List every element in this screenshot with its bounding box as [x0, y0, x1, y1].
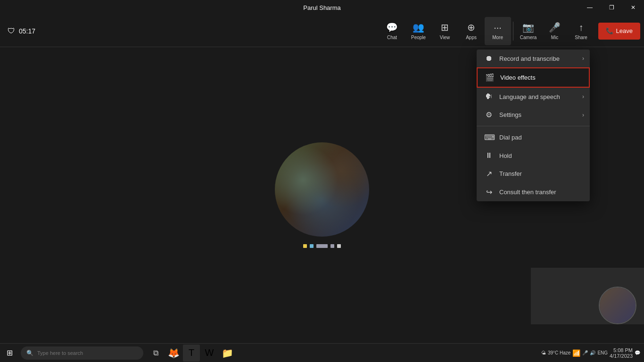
toolbar: 🛡 05:17 💬 Chat 👥 People ⊞ View ⊕ Apps ··…: [0, 15, 644, 47]
main-content: ⏺ Record and transcribe › 🎬 Video effect…: [0, 47, 644, 343]
share-button[interactable]: ↑ Share: [568, 17, 594, 45]
view-icon: ⊞: [441, 22, 449, 33]
camera-button[interactable]: 📷 Camera: [515, 17, 542, 45]
camera-label: Camera: [520, 35, 537, 40]
maximize-button[interactable]: ❐: [601, 0, 622, 15]
more-label: More: [492, 35, 503, 40]
taskbar: ⊞ 🔍 ⧉ 🦊 T W 📁 🌤 39°C Haze 📶 🎤 🔊 ENG 5:08…: [0, 343, 644, 362]
leave-button[interactable]: 📞 Leave: [598, 23, 640, 40]
menu-record-label: Record and transcribe: [499, 55, 560, 62]
dot-2: [310, 244, 314, 248]
dot-4: [330, 244, 334, 248]
avatar-image: [275, 142, 369, 237]
menu-item-record[interactable]: ⏺ Record and transcribe ›: [477, 49, 590, 67]
system-clock: 5:08 PM 4/17/2023: [610, 347, 633, 359]
mic-icon: 🎤: [549, 22, 561, 33]
dot-5: [337, 244, 341, 248]
system-tray: 🌤 39°C Haze 📶 🎤 🔊 ENG: [541, 349, 608, 357]
hold-icon: ⏸: [484, 151, 494, 160]
search-input[interactable]: [37, 350, 138, 356]
menu-item-transfer[interactable]: ↗ Transfer: [477, 165, 590, 183]
menu-item-language[interactable]: 🗣 Language and speech ›: [477, 88, 590, 106]
more-icon: ···: [494, 22, 502, 33]
menu-language-label: Language and speech: [499, 93, 560, 100]
chat-label: Chat: [387, 35, 397, 40]
avatar: [275, 142, 369, 237]
apps-button[interactable]: ⊕ Apps: [458, 17, 485, 45]
taskbar-search[interactable]: 🔍: [21, 346, 143, 360]
dot-3: [316, 244, 328, 248]
menu-dialpad-label: Dial pad: [499, 134, 522, 141]
minimize-button[interactable]: —: [579, 0, 601, 15]
close-button[interactable]: ✕: [622, 0, 644, 15]
menu-item-consult[interactable]: ↪ Consult then transfer: [477, 183, 590, 201]
explorer-icon[interactable]: 📁: [219, 345, 236, 362]
menu-item-settings[interactable]: ⚙ Settings ›: [477, 106, 590, 124]
timer-value: 05:17: [19, 27, 35, 35]
thumbnail-image: [600, 288, 636, 323]
title-bar: Parul Sharma — ❐ ✕: [0, 0, 644, 15]
dot-1: [303, 244, 307, 248]
video-effects-icon: 🎬: [485, 73, 495, 82]
record-chevron: ›: [582, 55, 584, 62]
window-controls: — ❐ ✕: [579, 0, 644, 15]
dialpad-icon: ⌨: [484, 133, 494, 142]
volume-icon: 🔊: [590, 350, 595, 355]
menu-separator: [477, 126, 590, 126]
toolbar-divider: [513, 22, 513, 41]
thumbnail-avatar: [599, 287, 636, 324]
language-icon: 🗣: [484, 92, 494, 101]
share-label: Share: [575, 35, 587, 40]
view-label: View: [440, 35, 450, 40]
taskbar-right: 🌤 39°C Haze 📶 🎤 🔊 ENG 5:08 PM 4/17/2023 …: [541, 347, 644, 359]
window-title: Parul Sharma: [303, 4, 340, 11]
people-label: People: [411, 35, 426, 40]
avatar-container: [275, 142, 369, 248]
menu-hold-label: Hold: [499, 152, 512, 159]
notification-icon: 💬: [635, 350, 640, 355]
mic-label: Mic: [551, 35, 559, 40]
chat-icon: 💬: [386, 22, 398, 33]
lang-label: ENG: [597, 350, 608, 355]
more-button[interactable]: ··· More: [485, 17, 511, 45]
settings-chevron: ›: [582, 112, 584, 118]
menu-settings-label: Settings: [499, 111, 521, 118]
toolbar-buttons: 💬 Chat 👥 People ⊞ View ⊕ Apps ··· More 📷…: [379, 17, 640, 45]
camera-icon: 📷: [522, 22, 534, 33]
weather-icon: 🌤: [541, 350, 546, 355]
settings-icon: ⚙: [484, 110, 494, 119]
start-button[interactable]: ⊞: [0, 344, 19, 362]
menu-item-hold[interactable]: ⏸ Hold: [477, 147, 590, 165]
apps-icon: ⊕: [467, 22, 475, 33]
avatar-dots: [303, 244, 341, 248]
view-button[interactable]: ⊞ View: [432, 17, 458, 45]
taskview-button[interactable]: ⧉: [147, 345, 164, 362]
menu-transfer-label: Transfer: [499, 170, 522, 177]
people-icon: 👥: [413, 22, 424, 33]
leave-label: Leave: [616, 27, 633, 34]
shield-icon: 🛡: [8, 27, 15, 35]
menu-video-effects-label: Video effects: [500, 74, 536, 81]
phone-icon: 📞: [606, 27, 613, 34]
clock-time: 5:08 PM: [610, 347, 633, 353]
language-chevron: ›: [582, 93, 584, 100]
taskbar-pinned-icons: ⧉ 🦊 T W 📁: [145, 345, 236, 362]
chat-button[interactable]: 💬 Chat: [379, 17, 405, 45]
mic-button[interactable]: 🎤 Mic: [542, 17, 568, 45]
teams-icon[interactable]: T: [183, 345, 200, 362]
search-icon: 🔍: [26, 350, 33, 356]
clock-date: 4/17/2023: [610, 353, 633, 359]
apps-label: Apps: [466, 35, 477, 40]
word-icon[interactable]: W: [201, 345, 218, 362]
firefox-icon[interactable]: 🦊: [165, 345, 182, 362]
share-icon: ↑: [579, 22, 584, 33]
people-button[interactable]: 👥 People: [405, 17, 432, 45]
menu-item-video-effects[interactable]: 🎬 Video effects: [477, 67, 590, 88]
mic-sys-icon: 🎤: [582, 350, 588, 355]
dropdown-menu: ⏺ Record and transcribe › 🎬 Video effect…: [477, 49, 590, 201]
temp-label: 39°C Haze: [548, 350, 570, 355]
menu-item-dialpad[interactable]: ⌨ Dial pad: [477, 128, 590, 147]
network-icon: 📶: [572, 349, 580, 357]
record-icon: ⏺: [484, 54, 494, 63]
transfer-icon: ↗: [484, 169, 494, 178]
